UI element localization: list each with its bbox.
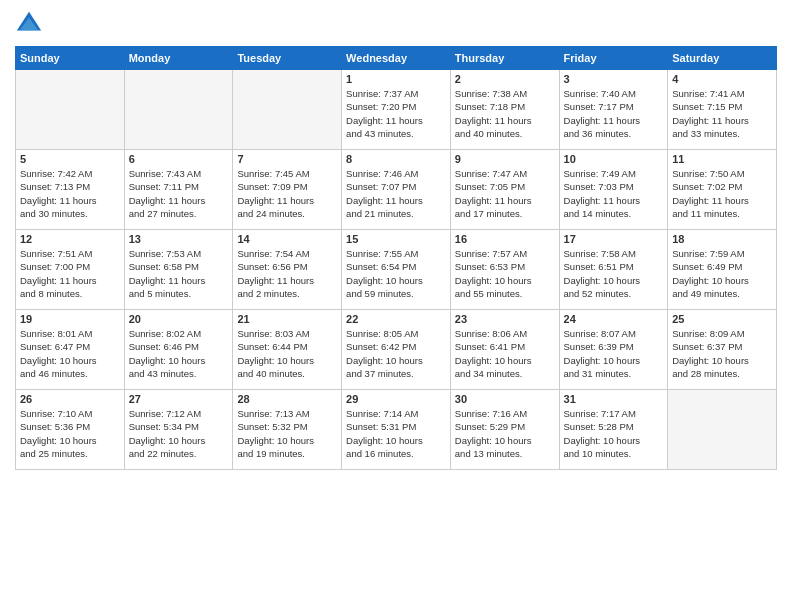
day-info: Sunrise: 7:45 AMSunset: 7:09 PMDaylight:… — [237, 167, 337, 220]
day-number: 17 — [564, 233, 664, 245]
day-info: Sunrise: 7:51 AMSunset: 7:00 PMDaylight:… — [20, 247, 120, 300]
day-info: Sunrise: 7:46 AMSunset: 7:07 PMDaylight:… — [346, 167, 446, 220]
day-number: 26 — [20, 393, 120, 405]
day-number: 5 — [20, 153, 120, 165]
calendar-week-row: 1Sunrise: 7:37 AMSunset: 7:20 PMDaylight… — [16, 70, 777, 150]
calendar-day-cell: 13Sunrise: 7:53 AMSunset: 6:58 PMDayligh… — [124, 230, 233, 310]
calendar-day-cell: 20Sunrise: 8:02 AMSunset: 6:46 PMDayligh… — [124, 310, 233, 390]
calendar-day-cell: 1Sunrise: 7:37 AMSunset: 7:20 PMDaylight… — [342, 70, 451, 150]
day-number: 2 — [455, 73, 555, 85]
day-number: 29 — [346, 393, 446, 405]
calendar-day-cell — [124, 70, 233, 150]
day-info: Sunrise: 7:59 AMSunset: 6:49 PMDaylight:… — [672, 247, 772, 300]
calendar-body: 1Sunrise: 7:37 AMSunset: 7:20 PMDaylight… — [16, 70, 777, 470]
calendar-day-cell — [668, 390, 777, 470]
calendar-day-cell: 18Sunrise: 7:59 AMSunset: 6:49 PMDayligh… — [668, 230, 777, 310]
day-info: Sunrise: 8:06 AMSunset: 6:41 PMDaylight:… — [455, 327, 555, 380]
day-number: 13 — [129, 233, 229, 245]
day-info: Sunrise: 8:03 AMSunset: 6:44 PMDaylight:… — [237, 327, 337, 380]
calendar-day-cell: 2Sunrise: 7:38 AMSunset: 7:18 PMDaylight… — [450, 70, 559, 150]
day-number: 20 — [129, 313, 229, 325]
calendar-day-cell — [233, 70, 342, 150]
day-number: 10 — [564, 153, 664, 165]
weekday-header-cell: Tuesday — [233, 47, 342, 70]
calendar-day-cell: 23Sunrise: 8:06 AMSunset: 6:41 PMDayligh… — [450, 310, 559, 390]
calendar-day-cell: 9Sunrise: 7:47 AMSunset: 7:05 PMDaylight… — [450, 150, 559, 230]
weekday-header-cell: Thursday — [450, 47, 559, 70]
day-number: 12 — [20, 233, 120, 245]
weekday-header-cell: Friday — [559, 47, 668, 70]
day-info: Sunrise: 7:54 AMSunset: 6:56 PMDaylight:… — [237, 247, 337, 300]
calendar-day-cell: 24Sunrise: 8:07 AMSunset: 6:39 PMDayligh… — [559, 310, 668, 390]
day-number: 15 — [346, 233, 446, 245]
calendar-table: SundayMondayTuesdayWednesdayThursdayFrid… — [15, 46, 777, 470]
calendar-week-row: 12Sunrise: 7:51 AMSunset: 7:00 PMDayligh… — [16, 230, 777, 310]
calendar-week-row: 26Sunrise: 7:10 AMSunset: 5:36 PMDayligh… — [16, 390, 777, 470]
calendar-day-cell: 8Sunrise: 7:46 AMSunset: 7:07 PMDaylight… — [342, 150, 451, 230]
day-info: Sunrise: 7:40 AMSunset: 7:17 PMDaylight:… — [564, 87, 664, 140]
day-number: 28 — [237, 393, 337, 405]
day-number: 7 — [237, 153, 337, 165]
day-info: Sunrise: 7:42 AMSunset: 7:13 PMDaylight:… — [20, 167, 120, 220]
calendar-day-cell: 6Sunrise: 7:43 AMSunset: 7:11 PMDaylight… — [124, 150, 233, 230]
day-info: Sunrise: 7:14 AMSunset: 5:31 PMDaylight:… — [346, 407, 446, 460]
weekday-header-cell: Saturday — [668, 47, 777, 70]
day-number: 25 — [672, 313, 772, 325]
day-number: 19 — [20, 313, 120, 325]
weekday-header-row: SundayMondayTuesdayWednesdayThursdayFrid… — [16, 47, 777, 70]
day-info: Sunrise: 7:16 AMSunset: 5:29 PMDaylight:… — [455, 407, 555, 460]
day-info: Sunrise: 8:09 AMSunset: 6:37 PMDaylight:… — [672, 327, 772, 380]
day-number: 8 — [346, 153, 446, 165]
calendar-day-cell: 10Sunrise: 7:49 AMSunset: 7:03 PMDayligh… — [559, 150, 668, 230]
calendar-day-cell: 15Sunrise: 7:55 AMSunset: 6:54 PMDayligh… — [342, 230, 451, 310]
day-info: Sunrise: 7:13 AMSunset: 5:32 PMDaylight:… — [237, 407, 337, 460]
day-number: 3 — [564, 73, 664, 85]
calendar-week-row: 5Sunrise: 7:42 AMSunset: 7:13 PMDaylight… — [16, 150, 777, 230]
weekday-header-cell: Sunday — [16, 47, 125, 70]
calendar-day-cell: 26Sunrise: 7:10 AMSunset: 5:36 PMDayligh… — [16, 390, 125, 470]
weekday-header-cell: Monday — [124, 47, 233, 70]
day-info: Sunrise: 7:17 AMSunset: 5:28 PMDaylight:… — [564, 407, 664, 460]
logo — [15, 10, 45, 38]
day-number: 1 — [346, 73, 446, 85]
day-number: 27 — [129, 393, 229, 405]
calendar-day-cell: 14Sunrise: 7:54 AMSunset: 6:56 PMDayligh… — [233, 230, 342, 310]
day-number: 30 — [455, 393, 555, 405]
day-number: 23 — [455, 313, 555, 325]
day-number: 16 — [455, 233, 555, 245]
day-number: 6 — [129, 153, 229, 165]
day-info: Sunrise: 7:12 AMSunset: 5:34 PMDaylight:… — [129, 407, 229, 460]
day-info: Sunrise: 7:10 AMSunset: 5:36 PMDaylight:… — [20, 407, 120, 460]
day-info: Sunrise: 7:55 AMSunset: 6:54 PMDaylight:… — [346, 247, 446, 300]
day-info: Sunrise: 7:37 AMSunset: 7:20 PMDaylight:… — [346, 87, 446, 140]
calendar-day-cell: 31Sunrise: 7:17 AMSunset: 5:28 PMDayligh… — [559, 390, 668, 470]
day-info: Sunrise: 7:41 AMSunset: 7:15 PMDaylight:… — [672, 87, 772, 140]
calendar-day-cell: 7Sunrise: 7:45 AMSunset: 7:09 PMDaylight… — [233, 150, 342, 230]
day-info: Sunrise: 7:47 AMSunset: 7:05 PMDaylight:… — [455, 167, 555, 220]
day-info: Sunrise: 8:02 AMSunset: 6:46 PMDaylight:… — [129, 327, 229, 380]
day-number: 18 — [672, 233, 772, 245]
calendar-week-row: 19Sunrise: 8:01 AMSunset: 6:47 PMDayligh… — [16, 310, 777, 390]
header — [15, 10, 777, 38]
calendar-day-cell: 16Sunrise: 7:57 AMSunset: 6:53 PMDayligh… — [450, 230, 559, 310]
day-number: 21 — [237, 313, 337, 325]
day-info: Sunrise: 7:50 AMSunset: 7:02 PMDaylight:… — [672, 167, 772, 220]
day-info: Sunrise: 7:38 AMSunset: 7:18 PMDaylight:… — [455, 87, 555, 140]
day-info: Sunrise: 7:49 AMSunset: 7:03 PMDaylight:… — [564, 167, 664, 220]
day-info: Sunrise: 8:05 AMSunset: 6:42 PMDaylight:… — [346, 327, 446, 380]
day-info: Sunrise: 7:53 AMSunset: 6:58 PMDaylight:… — [129, 247, 229, 300]
day-number: 9 — [455, 153, 555, 165]
calendar-day-cell: 11Sunrise: 7:50 AMSunset: 7:02 PMDayligh… — [668, 150, 777, 230]
calendar-day-cell: 12Sunrise: 7:51 AMSunset: 7:00 PMDayligh… — [16, 230, 125, 310]
calendar-day-cell: 29Sunrise: 7:14 AMSunset: 5:31 PMDayligh… — [342, 390, 451, 470]
calendar-day-cell: 17Sunrise: 7:58 AMSunset: 6:51 PMDayligh… — [559, 230, 668, 310]
calendar-day-cell: 5Sunrise: 7:42 AMSunset: 7:13 PMDaylight… — [16, 150, 125, 230]
day-info: Sunrise: 7:58 AMSunset: 6:51 PMDaylight:… — [564, 247, 664, 300]
page: SundayMondayTuesdayWednesdayThursdayFrid… — [0, 0, 792, 612]
day-info: Sunrise: 7:43 AMSunset: 7:11 PMDaylight:… — [129, 167, 229, 220]
logo-icon — [15, 10, 43, 38]
calendar-day-cell: 4Sunrise: 7:41 AMSunset: 7:15 PMDaylight… — [668, 70, 777, 150]
day-number: 4 — [672, 73, 772, 85]
day-info: Sunrise: 7:57 AMSunset: 6:53 PMDaylight:… — [455, 247, 555, 300]
day-number: 14 — [237, 233, 337, 245]
